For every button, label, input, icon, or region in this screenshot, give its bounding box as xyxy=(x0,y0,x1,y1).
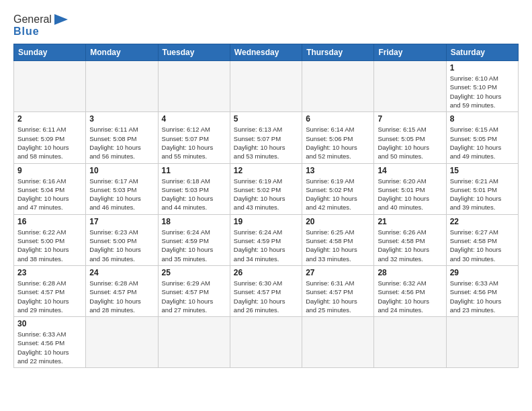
calendar-day-cell xyxy=(374,317,446,368)
calendar-day-cell: 13Sunrise: 6:19 AM Sunset: 5:02 PM Dayli… xyxy=(302,163,374,214)
day-number: 23 xyxy=(17,268,82,277)
day-info: Sunrise: 6:19 AM Sunset: 5:02 PM Dayligh… xyxy=(306,177,370,212)
day-info: Sunrise: 6:27 AM Sunset: 4:58 PM Dayligh… xyxy=(450,228,515,263)
calendar-day-cell: 8Sunrise: 6:15 AM Sunset: 5:05 PM Daylig… xyxy=(446,112,518,163)
calendar-day-cell: 26Sunrise: 6:30 AM Sunset: 4:57 PM Dayli… xyxy=(230,265,302,316)
day-number: 28 xyxy=(378,268,442,277)
day-info: Sunrise: 6:20 AM Sunset: 5:01 PM Dayligh… xyxy=(378,177,442,212)
logo-blue-text: Blue xyxy=(13,26,68,38)
day-number: 29 xyxy=(450,268,515,277)
day-info: Sunrise: 6:11 AM Sunset: 5:09 PM Dayligh… xyxy=(17,125,82,161)
calendar-day-cell xyxy=(374,61,446,112)
day-info: Sunrise: 6:30 AM Sunset: 4:57 PM Dayligh… xyxy=(234,279,298,314)
day-info: Sunrise: 6:31 AM Sunset: 4:57 PM Dayligh… xyxy=(306,279,370,314)
day-number: 6 xyxy=(306,114,370,124)
day-number: 13 xyxy=(306,166,370,175)
calendar-week-row: 2Sunrise: 6:11 AM Sunset: 5:09 PM Daylig… xyxy=(14,112,519,163)
day-number: 17 xyxy=(89,217,154,226)
calendar-day-cell: 9Sunrise: 6:16 AM Sunset: 5:04 PM Daylig… xyxy=(14,163,86,214)
day-number: 4 xyxy=(162,114,226,124)
calendar-day-cell xyxy=(86,317,158,368)
day-info: Sunrise: 6:17 AM Sunset: 5:03 PM Dayligh… xyxy=(89,177,154,212)
calendar-day-cell: 4Sunrise: 6:12 AM Sunset: 5:07 PM Daylig… xyxy=(158,112,230,163)
day-number: 30 xyxy=(17,319,82,328)
day-number: 19 xyxy=(234,217,298,226)
logo: General Blue xyxy=(13,13,68,37)
calendar-day-cell xyxy=(14,61,86,112)
calendar-day-cell xyxy=(158,61,230,112)
day-number: 5 xyxy=(234,114,298,124)
calendar-week-row: 9Sunrise: 6:16 AM Sunset: 5:04 PM Daylig… xyxy=(14,163,519,214)
day-info: Sunrise: 6:28 AM Sunset: 4:57 PM Dayligh… xyxy=(89,279,154,314)
day-info: Sunrise: 6:29 AM Sunset: 4:57 PM Dayligh… xyxy=(162,279,226,314)
calendar-day-cell xyxy=(86,61,158,112)
calendar-table: SundayMondayTuesdayWednesdayThursdayFrid… xyxy=(13,44,519,368)
day-info: Sunrise: 6:13 AM Sunset: 5:07 PM Dayligh… xyxy=(234,125,298,161)
calendar-day-cell: 24Sunrise: 6:28 AM Sunset: 4:57 PM Dayli… xyxy=(86,265,158,316)
calendar-day-cell xyxy=(446,317,518,368)
day-info: Sunrise: 6:26 AM Sunset: 4:58 PM Dayligh… xyxy=(378,228,442,263)
calendar-day-cell: 1Sunrise: 6:10 AM Sunset: 5:10 PM Daylig… xyxy=(446,61,518,112)
logo-container: General Blue xyxy=(13,13,68,37)
calendar-day-cell: 6Sunrise: 6:14 AM Sunset: 5:06 PM Daylig… xyxy=(302,112,374,163)
calendar-day-cell: 12Sunrise: 6:19 AM Sunset: 5:02 PM Dayli… xyxy=(230,163,302,214)
day-number: 16 xyxy=(17,217,82,226)
calendar-day-cell: 2Sunrise: 6:11 AM Sunset: 5:09 PM Daylig… xyxy=(14,112,86,163)
calendar-day-cell: 17Sunrise: 6:23 AM Sunset: 5:00 PM Dayli… xyxy=(86,214,158,265)
calendar-day-cell: 25Sunrise: 6:29 AM Sunset: 4:57 PM Dayli… xyxy=(158,265,230,316)
col-header-sunday: Sunday xyxy=(14,44,86,61)
calendar-day-cell: 19Sunrise: 6:24 AM Sunset: 4:59 PM Dayli… xyxy=(230,214,302,265)
day-number: 26 xyxy=(234,268,298,277)
col-header-wednesday: Wednesday xyxy=(230,44,302,61)
calendar-day-cell: 21Sunrise: 6:26 AM Sunset: 4:58 PM Dayli… xyxy=(374,214,446,265)
calendar-day-cell: 28Sunrise: 6:32 AM Sunset: 4:56 PM Dayli… xyxy=(374,265,446,316)
day-info: Sunrise: 6:24 AM Sunset: 4:59 PM Dayligh… xyxy=(234,228,298,263)
day-number: 21 xyxy=(378,217,442,226)
day-info: Sunrise: 6:24 AM Sunset: 4:59 PM Dayligh… xyxy=(162,228,226,263)
day-info: Sunrise: 6:10 AM Sunset: 5:10 PM Dayligh… xyxy=(450,74,515,109)
day-number: 3 xyxy=(89,114,154,124)
day-info: Sunrise: 6:18 AM Sunset: 5:03 PM Dayligh… xyxy=(162,177,226,212)
calendar-day-cell: 30Sunrise: 6:33 AM Sunset: 4:56 PM Dayli… xyxy=(14,317,86,368)
calendar-header-row: SundayMondayTuesdayWednesdayThursdayFrid… xyxy=(14,44,519,61)
day-info: Sunrise: 6:16 AM Sunset: 5:04 PM Dayligh… xyxy=(17,177,82,212)
day-number: 1 xyxy=(450,63,515,73)
day-info: Sunrise: 6:32 AM Sunset: 4:56 PM Dayligh… xyxy=(378,279,442,314)
day-info: Sunrise: 6:28 AM Sunset: 4:57 PM Dayligh… xyxy=(17,279,82,314)
col-header-friday: Friday xyxy=(374,44,446,61)
logo-text: General xyxy=(13,13,52,26)
day-info: Sunrise: 6:15 AM Sunset: 5:05 PM Dayligh… xyxy=(450,125,515,161)
calendar-day-cell: 15Sunrise: 6:21 AM Sunset: 5:01 PM Dayli… xyxy=(446,163,518,214)
svg-marker-0 xyxy=(54,14,68,25)
calendar-day-cell xyxy=(230,61,302,112)
day-number: 11 xyxy=(162,166,226,175)
calendar-day-cell: 11Sunrise: 6:18 AM Sunset: 5:03 PM Dayli… xyxy=(158,163,230,214)
day-number: 27 xyxy=(306,268,370,277)
col-header-monday: Monday xyxy=(86,44,158,61)
calendar-day-cell: 5Sunrise: 6:13 AM Sunset: 5:07 PM Daylig… xyxy=(230,112,302,163)
col-header-thursday: Thursday xyxy=(302,44,374,61)
calendar-day-cell: 20Sunrise: 6:25 AM Sunset: 4:58 PM Dayli… xyxy=(302,214,374,265)
day-info: Sunrise: 6:33 AM Sunset: 4:56 PM Dayligh… xyxy=(450,279,515,314)
day-number: 12 xyxy=(234,166,298,175)
calendar-day-cell: 3Sunrise: 6:11 AM Sunset: 5:08 PM Daylig… xyxy=(86,112,158,163)
calendar-day-cell: 22Sunrise: 6:27 AM Sunset: 4:58 PM Dayli… xyxy=(446,214,518,265)
col-header-saturday: Saturday xyxy=(446,44,518,61)
day-number: 22 xyxy=(450,217,515,226)
day-number: 18 xyxy=(162,217,226,226)
day-number: 10 xyxy=(89,166,154,175)
calendar-day-cell xyxy=(302,61,374,112)
day-number: 9 xyxy=(17,166,82,175)
calendar-day-cell xyxy=(158,317,230,368)
day-info: Sunrise: 6:15 AM Sunset: 5:05 PM Dayligh… xyxy=(378,125,442,161)
day-number: 14 xyxy=(378,166,442,175)
calendar-day-cell: 27Sunrise: 6:31 AM Sunset: 4:57 PM Dayli… xyxy=(302,265,374,316)
day-info: Sunrise: 6:12 AM Sunset: 5:07 PM Dayligh… xyxy=(162,125,226,161)
calendar-day-cell: 23Sunrise: 6:28 AM Sunset: 4:57 PM Dayli… xyxy=(14,265,86,316)
day-info: Sunrise: 6:21 AM Sunset: 5:01 PM Dayligh… xyxy=(450,177,515,212)
calendar-day-cell: 16Sunrise: 6:22 AM Sunset: 5:00 PM Dayli… xyxy=(14,214,86,265)
col-header-tuesday: Tuesday xyxy=(158,44,230,61)
day-info: Sunrise: 6:22 AM Sunset: 5:00 PM Dayligh… xyxy=(17,228,82,263)
calendar-day-cell: 18Sunrise: 6:24 AM Sunset: 4:59 PM Dayli… xyxy=(158,214,230,265)
calendar-day-cell xyxy=(230,317,302,368)
